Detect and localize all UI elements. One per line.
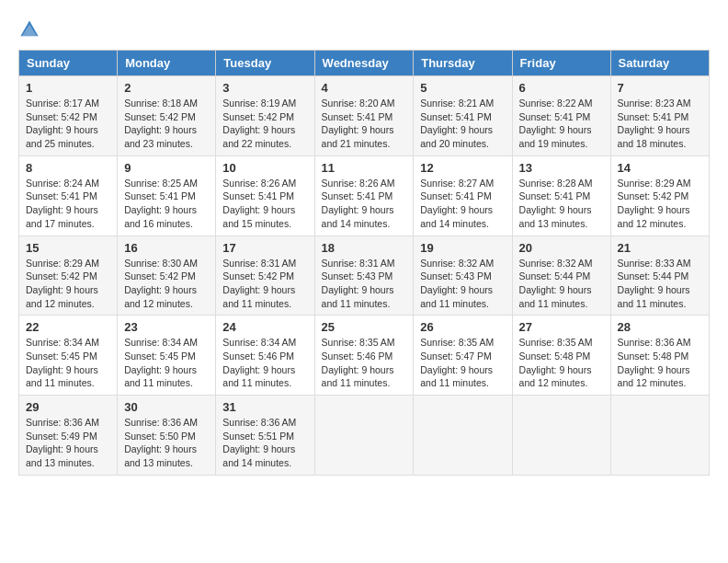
day-number: 23: [124, 320, 209, 334]
calendar-cell: 13 Sunrise: 8:28 AMSunset: 5:41 PMDaylig…: [512, 155, 610, 236]
header: [18, 18, 710, 40]
calendar-cell: 30 Sunrise: 8:36 AMSunset: 5:50 PMDaylig…: [118, 396, 216, 476]
calendar-cell: 23 Sunrise: 8:34 AMSunset: 5:45 PMDaylig…: [118, 316, 216, 396]
weekday-saturday: Saturday: [610, 51, 709, 76]
cell-info: Sunrise: 8:27 AMSunset: 5:41 PMDaylight:…: [420, 178, 494, 229]
day-number: 30: [124, 400, 209, 414]
logo-icon: [18, 18, 40, 40]
calendar-cell: 17 Sunrise: 8:31 AMSunset: 5:42 PMDaylig…: [216, 236, 314, 316]
calendar-cell: [610, 396, 709, 476]
calendar-cell: 15 Sunrise: 8:29 AMSunset: 5:42 PMDaylig…: [19, 236, 118, 316]
weekday-friday: Friday: [512, 51, 610, 76]
week-row-3: 15 Sunrise: 8:29 AMSunset: 5:42 PMDaylig…: [19, 236, 710, 316]
day-number: 26: [420, 320, 505, 334]
calendar-cell: 4 Sunrise: 8:20 AMSunset: 5:41 PMDayligh…: [314, 76, 414, 156]
calendar-cell: 9 Sunrise: 8:25 AMSunset: 5:41 PMDayligh…: [118, 155, 216, 236]
calendar-cell: 22 Sunrise: 8:34 AMSunset: 5:45 PMDaylig…: [19, 316, 118, 396]
calendar-cell: 1 Sunrise: 8:17 AMSunset: 5:42 PMDayligh…: [19, 76, 118, 156]
day-number: 6: [519, 81, 604, 95]
cell-info: Sunrise: 8:34 AMSunset: 5:45 PMDaylight:…: [26, 337, 99, 388]
cell-info: Sunrise: 8:30 AMSunset: 5:42 PMDaylight:…: [124, 258, 198, 309]
calendar-cell: [414, 396, 512, 476]
day-number: 11: [322, 161, 407, 175]
calendar-cell: 8 Sunrise: 8:24 AMSunset: 5:41 PMDayligh…: [19, 155, 118, 236]
calendar-cell: 6 Sunrise: 8:22 AMSunset: 5:41 PMDayligh…: [512, 76, 610, 156]
weekday-monday: Monday: [118, 51, 216, 76]
calendar-cell: 25 Sunrise: 8:35 AMSunset: 5:46 PMDaylig…: [314, 316, 414, 396]
calendar-cell: 31 Sunrise: 8:36 AMSunset: 5:51 PMDaylig…: [216, 396, 314, 476]
cell-info: Sunrise: 8:34 AMSunset: 5:46 PMDaylight:…: [222, 337, 296, 388]
calendar-cell: 7 Sunrise: 8:23 AMSunset: 5:41 PMDayligh…: [610, 76, 709, 156]
calendar-cell: 12 Sunrise: 8:27 AMSunset: 5:41 PMDaylig…: [414, 155, 512, 236]
day-number: 19: [420, 241, 505, 255]
calendar: SundayMondayTuesdayWednesdayThursdayFrid…: [18, 50, 710, 476]
cell-info: Sunrise: 8:29 AMSunset: 5:42 PMDaylight:…: [618, 178, 691, 229]
weekday-header-row: SundayMondayTuesdayWednesdayThursdayFrid…: [19, 51, 710, 76]
cell-info: Sunrise: 8:36 AMSunset: 5:51 PMDaylight:…: [222, 417, 296, 468]
cell-info: Sunrise: 8:29 AMSunset: 5:42 PMDaylight:…: [26, 258, 99, 309]
day-number: 9: [124, 161, 209, 175]
day-number: 2: [124, 81, 209, 95]
calendar-cell: 18 Sunrise: 8:31 AMSunset: 5:43 PMDaylig…: [314, 236, 414, 316]
cell-info: Sunrise: 8:34 AMSunset: 5:45 PMDaylight:…: [124, 337, 198, 388]
cell-info: Sunrise: 8:32 AMSunset: 5:44 PMDaylight:…: [519, 258, 593, 309]
calendar-cell: 21 Sunrise: 8:33 AMSunset: 5:44 PMDaylig…: [610, 236, 709, 316]
weekday-sunday: Sunday: [19, 51, 118, 76]
cell-info: Sunrise: 8:35 AMSunset: 5:46 PMDaylight:…: [322, 337, 395, 388]
calendar-cell: 26 Sunrise: 8:35 AMSunset: 5:47 PMDaylig…: [414, 316, 512, 396]
cell-info: Sunrise: 8:31 AMSunset: 5:42 PMDaylight:…: [222, 258, 296, 309]
cell-info: Sunrise: 8:36 AMSunset: 5:49 PMDaylight:…: [26, 417, 99, 468]
cell-info: Sunrise: 8:22 AMSunset: 5:41 PMDaylight:…: [519, 98, 593, 149]
cell-info: Sunrise: 8:24 AMSunset: 5:41 PMDaylight:…: [26, 178, 99, 229]
day-number: 10: [222, 161, 307, 175]
calendar-cell: 28 Sunrise: 8:36 AMSunset: 5:48 PMDaylig…: [610, 316, 709, 396]
calendar-cell: 20 Sunrise: 8:32 AMSunset: 5:44 PMDaylig…: [512, 236, 610, 316]
day-number: 24: [222, 320, 307, 334]
cell-info: Sunrise: 8:35 AMSunset: 5:47 PMDaylight:…: [420, 337, 494, 388]
calendar-cell: 5 Sunrise: 8:21 AMSunset: 5:41 PMDayligh…: [414, 76, 512, 156]
day-number: 21: [618, 241, 702, 255]
day-number: 29: [26, 400, 110, 414]
calendar-cell: 10 Sunrise: 8:26 AMSunset: 5:41 PMDaylig…: [216, 155, 314, 236]
day-number: 3: [222, 81, 307, 95]
cell-info: Sunrise: 8:33 AMSunset: 5:44 PMDaylight:…: [618, 258, 691, 309]
day-number: 7: [618, 81, 702, 95]
day-number: 1: [26, 81, 110, 95]
week-row-1: 1 Sunrise: 8:17 AMSunset: 5:42 PMDayligh…: [19, 76, 710, 156]
day-number: 28: [618, 320, 702, 334]
day-number: 8: [26, 161, 110, 175]
cell-info: Sunrise: 8:20 AMSunset: 5:41 PMDaylight:…: [322, 98, 395, 149]
cell-info: Sunrise: 8:17 AMSunset: 5:42 PMDaylight:…: [26, 98, 99, 149]
calendar-cell: 16 Sunrise: 8:30 AMSunset: 5:42 PMDaylig…: [118, 236, 216, 316]
cell-info: Sunrise: 8:35 AMSunset: 5:48 PMDaylight:…: [519, 337, 593, 388]
cell-info: Sunrise: 8:23 AMSunset: 5:41 PMDaylight:…: [618, 98, 691, 149]
cell-info: Sunrise: 8:26 AMSunset: 5:41 PMDaylight:…: [322, 178, 395, 229]
day-number: 4: [322, 81, 407, 95]
week-row-4: 22 Sunrise: 8:34 AMSunset: 5:45 PMDaylig…: [19, 316, 710, 396]
calendar-cell: 27 Sunrise: 8:35 AMSunset: 5:48 PMDaylig…: [512, 316, 610, 396]
weekday-tuesday: Tuesday: [216, 51, 314, 76]
cell-info: Sunrise: 8:28 AMSunset: 5:41 PMDaylight:…: [519, 178, 593, 229]
day-number: 25: [322, 320, 407, 334]
day-number: 18: [322, 241, 407, 255]
calendar-cell: [314, 396, 414, 476]
cell-info: Sunrise: 8:32 AMSunset: 5:43 PMDaylight:…: [420, 258, 494, 309]
calendar-cell: 11 Sunrise: 8:26 AMSunset: 5:41 PMDaylig…: [314, 155, 414, 236]
cell-info: Sunrise: 8:26 AMSunset: 5:41 PMDaylight:…: [222, 178, 296, 229]
day-number: 17: [222, 241, 307, 255]
logo: [18, 18, 44, 40]
day-number: 12: [420, 161, 505, 175]
day-number: 22: [26, 320, 110, 334]
cell-info: Sunrise: 8:36 AMSunset: 5:50 PMDaylight:…: [124, 417, 198, 468]
calendar-cell: 24 Sunrise: 8:34 AMSunset: 5:46 PMDaylig…: [216, 316, 314, 396]
day-number: 5: [420, 81, 505, 95]
cell-info: Sunrise: 8:31 AMSunset: 5:43 PMDaylight:…: [322, 258, 395, 309]
cell-info: Sunrise: 8:19 AMSunset: 5:42 PMDaylight:…: [222, 98, 296, 149]
day-number: 13: [519, 161, 604, 175]
week-row-2: 8 Sunrise: 8:24 AMSunset: 5:41 PMDayligh…: [19, 155, 710, 236]
calendar-cell: 14 Sunrise: 8:29 AMSunset: 5:42 PMDaylig…: [610, 155, 709, 236]
calendar-cell: 2 Sunrise: 8:18 AMSunset: 5:42 PMDayligh…: [118, 76, 216, 156]
cell-info: Sunrise: 8:36 AMSunset: 5:48 PMDaylight:…: [618, 337, 691, 388]
day-number: 16: [124, 241, 209, 255]
cell-info: Sunrise: 8:21 AMSunset: 5:41 PMDaylight:…: [420, 98, 494, 149]
